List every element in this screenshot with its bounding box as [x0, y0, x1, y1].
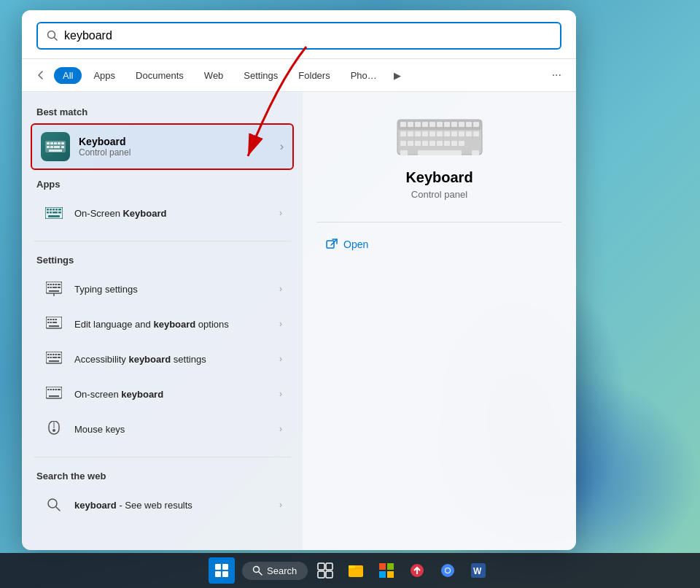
svg-rect-8: [47, 146, 50, 148]
task-view-button[interactable]: [312, 557, 338, 584]
tab-folders[interactable]: Folders: [289, 67, 338, 84]
paint-button[interactable]: [404, 557, 430, 584]
svg-rect-50: [58, 354, 61, 355]
svg-rect-4: [50, 142, 53, 144]
best-match-subtitle: Control panel: [79, 147, 271, 158]
tab-apps[interactable]: Apps: [85, 67, 124, 84]
search-window: All Apps Documents Web Settings Folders …: [22, 10, 576, 550]
svg-line-67: [56, 507, 60, 511]
tab-all[interactable]: All: [54, 67, 82, 84]
start-button[interactable]: [209, 557, 235, 584]
svg-rect-61: [58, 389, 61, 390]
tab-documents[interactable]: Documents: [127, 67, 192, 84]
open-button[interactable]: Open: [317, 234, 377, 255]
taskbar-search-label: Search: [267, 565, 297, 576]
svg-rect-11: [61, 146, 64, 148]
typing-settings-icon: [42, 277, 66, 301]
svg-rect-59: [52, 389, 55, 390]
apps-label: Apps: [22, 176, 303, 196]
svg-rect-100: [459, 141, 464, 146]
best-match-app-icon: [41, 132, 70, 161]
web-section: Search the web keyboard - See web result…: [22, 462, 303, 528]
svg-rect-85: [429, 131, 435, 136]
svg-rect-94: [415, 141, 421, 146]
svg-point-65: [52, 429, 55, 432]
list-item-accessibility[interactable]: Accessibility keyboard settings ›: [28, 341, 297, 376]
right-panel-title: Keyboard: [405, 169, 472, 186]
back-button[interactable]: [31, 65, 51, 85]
svg-rect-99: [451, 141, 457, 146]
svg-rect-71: [408, 122, 413, 127]
overflow-button[interactable]: ···: [546, 66, 567, 85]
svg-rect-37: [47, 319, 50, 320]
svg-rect-81: [400, 131, 406, 136]
svg-rect-51: [47, 357, 50, 358]
list-item-web-search[interactable]: keyboard - See web results ›: [28, 487, 297, 522]
svg-rect-87: [444, 131, 450, 136]
list-item-onscreen-settings[interactable]: On-screen keyboard ›: [28, 376, 297, 411]
svg-rect-47: [50, 354, 52, 355]
chrome-button[interactable]: [435, 557, 461, 584]
svg-point-111: [254, 567, 260, 573]
best-match-text: Keyboard Control panel: [79, 136, 271, 158]
svg-rect-46: [47, 354, 50, 355]
svg-rect-115: [318, 571, 324, 578]
more-tabs-button[interactable]: ▶: [389, 66, 406, 84]
search-input-wrapper: [36, 22, 561, 50]
tab-web[interactable]: Web: [195, 67, 233, 84]
store-button[interactable]: [373, 557, 400, 584]
svg-rect-19: [47, 212, 49, 214]
svg-rect-18: [58, 209, 61, 211]
file-explorer-button[interactable]: [343, 557, 369, 584]
svg-rect-55: [49, 360, 59, 362]
tab-photos[interactable]: Pho…: [342, 67, 386, 84]
apps-section: Apps: [22, 170, 303, 236]
search-icon: [47, 30, 58, 42]
svg-rect-74: [429, 122, 435, 127]
svg-rect-22: [58, 212, 61, 214]
svg-rect-84: [422, 131, 428, 136]
svg-rect-33: [58, 287, 61, 288]
svg-rect-72: [415, 122, 421, 127]
list-item-language[interactable]: Edit language and keyboard options ›: [28, 306, 297, 341]
svg-rect-109: [215, 571, 221, 577]
svg-rect-27: [52, 284, 55, 285]
list-item-onscreen-keyboard[interactable]: On-Screen Keyboard ›: [28, 196, 297, 231]
svg-rect-5: [54, 142, 57, 144]
onscreen-keyboard-icon: [42, 201, 66, 225]
svg-rect-90: [466, 131, 472, 136]
web-search-icon: [42, 493, 66, 517]
svg-rect-78: [459, 122, 464, 127]
svg-rect-26: [50, 284, 52, 285]
svg-rect-73: [422, 122, 428, 127]
onscreen-settings-icon: [42, 382, 66, 406]
svg-rect-44: [49, 325, 59, 327]
accessibility-chevron: ›: [279, 354, 282, 364]
list-item-typing[interactable]: Typing settings ›: [28, 271, 297, 306]
svg-rect-86: [437, 131, 443, 136]
best-match-item[interactable]: Keyboard Control panel ›: [31, 123, 294, 170]
svg-rect-82: [408, 131, 413, 136]
svg-rect-6: [58, 142, 61, 144]
mouse-keys-text: Mouse keys: [74, 424, 271, 435]
onscreen-keyboard-text: On-Screen Keyboard: [74, 208, 271, 219]
svg-text:W: W: [473, 566, 482, 576]
open-label: Open: [343, 239, 368, 250]
taskbar-search-button[interactable]: Search: [242, 562, 308, 580]
svg-rect-121: [379, 571, 386, 578]
search-input[interactable]: [64, 29, 551, 42]
onscreen-settings-chevron: ›: [279, 389, 282, 399]
list-item-mouse-keys[interactable]: Mouse keys ›: [28, 411, 297, 446]
svg-rect-31: [50, 287, 52, 288]
filter-tabs: All Apps Documents Web Settings Folders …: [22, 59, 576, 92]
open-external-icon: [326, 239, 338, 250]
svg-rect-16: [52, 209, 55, 211]
best-match-chevron: ›: [280, 140, 284, 153]
svg-rect-34: [49, 290, 59, 292]
svg-rect-58: [50, 389, 52, 390]
word-button[interactable]: W: [465, 557, 491, 584]
svg-rect-41: [47, 322, 50, 323]
tab-settings[interactable]: Settings: [235, 67, 287, 84]
svg-rect-97: [437, 141, 443, 146]
svg-rect-12: [49, 150, 62, 152]
